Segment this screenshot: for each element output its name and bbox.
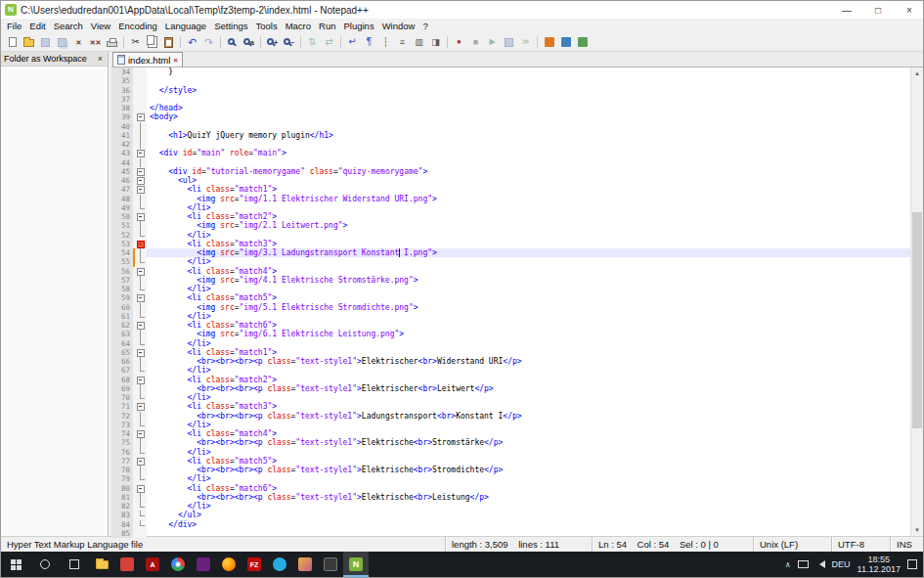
code-line-46[interactable]: 46 <ul> xyxy=(111,176,910,185)
code-text[interactable]: </li> xyxy=(147,312,910,321)
code-text[interactable]: <img src="img/1.1 Elektrischer Widerstan… xyxy=(147,195,910,203)
fold-toggle-icon[interactable] xyxy=(135,321,147,330)
code-line-45[interactable]: 45 <div id="tutorial-memorygame" class="… xyxy=(111,167,910,176)
fold-toggle-icon[interactable] xyxy=(135,429,147,438)
code-text[interactable]: <ul> xyxy=(147,176,910,185)
run-macro-multiple-icon[interactable]: ≫ xyxy=(518,35,533,50)
code-text[interactable]: </li> xyxy=(147,366,910,375)
code-text[interactable]: <li class="match1"> xyxy=(147,348,910,357)
code-text[interactable]: </head> xyxy=(147,104,910,112)
start-button[interactable] xyxy=(1,552,30,577)
code-line-39[interactable]: 39<body> xyxy=(111,112,910,121)
search-button[interactable] xyxy=(30,552,60,577)
scrollbar-thumb[interactable] xyxy=(912,212,922,427)
code-line-76[interactable]: 76 </li> xyxy=(111,448,910,457)
code-line-62[interactable]: 62 <li class="match6"> xyxy=(111,321,910,330)
code-line-80[interactable]: 80 <li class="match6"> xyxy=(111,484,910,493)
code-line-84[interactable]: 84 </div> xyxy=(111,520,910,529)
code-text[interactable]: <img src="img/3.1 Ladungstransport Konst… xyxy=(147,248,910,257)
save-all-icon[interactable] xyxy=(55,35,69,50)
code-text[interactable]: <br><br><br><p class="text-style1">Elekt… xyxy=(147,357,910,366)
fold-toggle-icon[interactable] xyxy=(135,402,147,411)
code-line-73[interactable]: 73 </li> xyxy=(111,421,910,429)
code-line-37[interactable]: 37 xyxy=(111,95,910,104)
code-text[interactable]: </li> xyxy=(147,393,910,402)
minimize-button[interactable]: — xyxy=(833,1,860,19)
code-line-49[interactable]: 49 </li> xyxy=(111,203,910,212)
replace-icon[interactable]: a xyxy=(242,35,256,50)
code-line-77[interactable]: 77 <li class="match5"> xyxy=(111,457,910,466)
open-file-icon[interactable] xyxy=(22,35,36,50)
code-text[interactable] xyxy=(147,95,910,104)
menu-file[interactable]: File xyxy=(3,21,25,31)
code-line-83[interactable]: 83 </ul> xyxy=(111,511,910,519)
word-wrap-icon[interactable]: ↵ xyxy=(345,35,360,50)
hidden-icons-chevron-icon[interactable]: ∧ xyxy=(785,560,791,569)
menu-help[interactable]: ? xyxy=(418,21,431,31)
network-icon[interactable] xyxy=(798,560,809,568)
vertical-scrollbar[interactable]: ▲ ▼ xyxy=(910,67,923,536)
menu-search[interactable]: Search xyxy=(50,21,87,31)
save-icon[interactable] xyxy=(38,35,53,50)
taskbar-clock[interactable]: 18:55 11.12.2017 xyxy=(858,555,901,574)
sync-horizontal-icon[interactable]: ⇄ xyxy=(322,35,336,50)
code-text[interactable]: <li class="match6"> xyxy=(147,321,910,330)
code-text[interactable]: <li class="match2"> xyxy=(147,376,910,384)
code-text[interactable]: <body> xyxy=(147,112,910,121)
fold-toggle-icon[interactable] xyxy=(135,240,147,248)
code-line-38[interactable]: 38</head> xyxy=(111,104,910,112)
menu-window[interactable]: Window xyxy=(378,21,419,31)
code-line-70[interactable]: 70 </li> xyxy=(111,393,910,402)
zoom-out-icon[interactable]: − xyxy=(282,35,296,50)
code-line-79[interactable]: 79 </li> xyxy=(111,474,910,483)
code-line-64[interactable]: 64 </li> xyxy=(111,339,910,348)
menu-language[interactable]: Language xyxy=(161,21,210,31)
code-text[interactable]: <br><br><br><p class="text-style1">Elekt… xyxy=(147,384,910,393)
menu-settings[interactable]: Settings xyxy=(210,21,251,31)
code-line-42[interactable]: 42 xyxy=(111,140,910,149)
scroll-up-arrow[interactable]: ▲ xyxy=(911,67,923,79)
close-all-icon[interactable]: ✕✕ xyxy=(88,35,103,50)
fold-toggle-icon[interactable] xyxy=(135,112,147,121)
fold-toggle-icon[interactable] xyxy=(135,293,147,302)
code-area[interactable]: 34 }3536 </style>3738</head>39<body>4041… xyxy=(111,67,910,536)
status-eol-format[interactable]: Unix (LF) xyxy=(753,537,831,552)
editor[interactable]: 34 }3536 </style>3738</head>39<body>4041… xyxy=(111,67,923,536)
code-line-57[interactable]: 57 <img src="img/4.1 Elektrische Stromst… xyxy=(111,276,910,285)
fold-toggle-icon[interactable] xyxy=(135,212,147,221)
code-text[interactable]: <br><br><br><p class="text-style1">Elekt… xyxy=(147,493,910,502)
status-insert-mode[interactable]: INS xyxy=(890,537,923,552)
code-text[interactable]: </li> xyxy=(147,421,910,429)
code-line-74[interactable]: 74 <li class="match4"> xyxy=(111,429,910,438)
code-line-81[interactable]: 81 <br><br><br><p class="text-style1">El… xyxy=(111,493,910,502)
code-text[interactable]: </li> xyxy=(147,502,910,511)
code-line-58[interactable]: 58 </li> xyxy=(111,285,910,293)
code-line-56[interactable]: 56 <li class="match4"> xyxy=(111,267,910,276)
code-text[interactable]: </li> xyxy=(147,339,910,348)
scroll-down-arrow[interactable]: ▼ xyxy=(911,524,923,536)
code-text[interactable]: <h1>QuizY jQuery memory plugin</h1> xyxy=(147,131,910,140)
code-text[interactable]: </li> xyxy=(147,448,910,457)
menu-view[interactable]: View xyxy=(87,21,114,31)
taskbar-app-chrome[interactable] xyxy=(165,552,191,577)
code-text[interactable]: <img src="img/5.1 Elektrische Stromdicht… xyxy=(147,303,910,312)
code-text[interactable]: <li class="match5"> xyxy=(147,457,910,466)
nppexport-plugin-icon[interactable] xyxy=(558,35,573,50)
code-line-55[interactable]: 55 </li> xyxy=(111,257,910,266)
zoom-in-icon[interactable]: + xyxy=(265,35,280,50)
code-line-35[interactable]: 35 xyxy=(111,76,910,85)
document-map-icon[interactable]: ▥ xyxy=(412,35,426,50)
code-text[interactable]: <li class="match2"> xyxy=(147,212,910,221)
taskbar-app-explorer[interactable] xyxy=(89,552,114,577)
code-text[interactable]: </li> xyxy=(147,474,910,483)
code-text[interactable] xyxy=(147,529,910,538)
fold-toggle-icon[interactable] xyxy=(135,376,147,384)
code-line-54[interactable]: 54 <img src="img/3.1 Ladungstransport Ko… xyxy=(111,248,910,257)
code-text[interactable]: <li class="match1"> xyxy=(147,185,910,194)
taskbar-app-notepad-plus-plus[interactable]: N xyxy=(343,552,369,577)
code-line-71[interactable]: 71 <li class="match3"> xyxy=(111,402,910,411)
code-line-60[interactable]: 60 <img src="img/5.1 Elektrische Stromdi… xyxy=(111,303,910,312)
code-line-40[interactable]: 40 xyxy=(111,122,910,131)
code-line-34[interactable]: 34 } xyxy=(111,67,910,76)
code-text[interactable]: </div> xyxy=(147,520,910,529)
